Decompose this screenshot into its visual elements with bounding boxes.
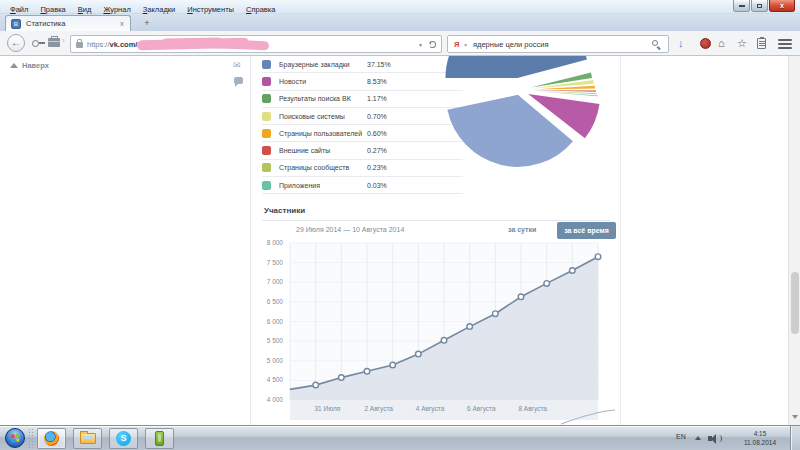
volume-icon[interactable] [708, 436, 712, 441]
comments-icon[interactable] [234, 77, 243, 84]
chart-date-range: 29 Июля 2014 — 10 Августа 2014 [296, 226, 404, 233]
bookmark-star-icon[interactable]: ☆ [737, 36, 747, 50]
url-protocol: https:// [87, 40, 110, 49]
legend-label: Новости [279, 78, 306, 85]
tray-clock[interactable]: 4:15 11.08.2014 [734, 429, 786, 447]
url-text: https://vk.com/ [87, 36, 137, 53]
data-point-marker [518, 294, 524, 300]
url-bar[interactable]: https://vk.com/ ▼ [70, 35, 442, 53]
legend-swatch [262, 181, 271, 190]
hamburger-menu-icon[interactable] [778, 39, 792, 49]
legend-label: Приложения [279, 182, 320, 189]
briefcase-icon[interactable] [48, 38, 60, 47]
back-button[interactable]: ← [7, 34, 25, 52]
tab-title: Статистика [26, 19, 119, 28]
section-divider [262, 220, 610, 221]
legend-value: 0.60% [367, 130, 387, 137]
legend-swatch [262, 77, 271, 86]
legend-label: Результаты поиска ВК [279, 95, 351, 102]
home-icon[interactable]: ⌂ [718, 36, 725, 50]
adblock-icon[interactable] [700, 38, 711, 49]
legend-value: 0.03% [367, 182, 387, 189]
back-to-top-link[interactable]: Наверх [10, 61, 49, 70]
downloads-icon[interactable]: ↓ [678, 36, 684, 50]
lock-icon [76, 42, 83, 48]
data-point-marker [390, 362, 396, 368]
folder-icon [80, 433, 96, 444]
search-engine-icon[interactable]: Я [454, 40, 459, 49]
menu-bar: ФайлПравкаВидЖурналЗакладкиИнструментыСп… [4, 0, 281, 14]
range-day-button[interactable]: за сутки [508, 226, 536, 233]
legend-swatch [262, 129, 271, 138]
legend-label: Внешние сайты [279, 147, 330, 154]
data-point-marker [441, 338, 447, 344]
data-point-marker [339, 375, 345, 381]
legend-value: 1.17% [367, 95, 387, 102]
search-icon[interactable] [652, 40, 658, 46]
language-indicator[interactable]: EN [676, 433, 686, 440]
y-tick-label: 5 000 [253, 356, 283, 366]
data-point-marker [595, 254, 601, 260]
y-tick-label: 7 000 [253, 277, 283, 287]
traffic-sources-pie-chart [430, 56, 620, 196]
legend-value: 0.23% [367, 164, 387, 171]
page-scrollbar[interactable] [788, 56, 800, 425]
vk-favicon: B [11, 19, 21, 29]
taskbar-skype-button[interactable]: S [109, 428, 138, 449]
tab-statistics[interactable]: B Статистика x [5, 15, 131, 31]
pie-slice [445, 56, 587, 78]
clock-time: 4:15 [734, 429, 786, 438]
y-tick-label: 6 000 [253, 317, 283, 327]
y-tick-label: 4 500 [253, 375, 283, 385]
search-box[interactable]: Я ▼ ядерные цели россия [447, 35, 669, 53]
y-tick-label: 7 500 [253, 258, 283, 268]
close-button[interactable]: x [769, 0, 795, 12]
taskbar: S EN 4:15 11.08.2014 [0, 425, 800, 450]
key-icon[interactable] [32, 39, 45, 47]
url-dropdown-icon[interactable]: ▼ [418, 42, 423, 48]
y-tick-label: 8 000 [253, 238, 283, 248]
minimize-button[interactable] [733, 0, 750, 12]
scrollbar-thumb[interactable] [791, 272, 799, 334]
taskbar-firefox-button[interactable] [37, 428, 66, 449]
search-input-value[interactable]: ядерные цели россия [473, 36, 548, 53]
legend-swatch [262, 94, 271, 103]
green-app-icon [155, 431, 164, 446]
tab-close-icon[interactable]: x [119, 20, 125, 28]
taskbar-explorer-button[interactable] [73, 428, 102, 449]
taskbar-app-button[interactable] [145, 428, 174, 449]
x-tick-label: 8 Августа [503, 405, 563, 412]
legend-label: Страницы пользователей [279, 130, 362, 137]
window-titlebar: ФайлПравкаВидЖурналЗакладкиИнструментыСп… [0, 0, 800, 14]
screen: ФайлПравкаВидЖурналЗакладкиИнструментыСп… [0, 0, 800, 450]
url-domain: vk.com/ [110, 40, 138, 49]
tray-expand-icon[interactable] [695, 436, 701, 440]
content-right-divider [620, 56, 621, 425]
scrollbar-down-arrow[interactable] [789, 410, 800, 424]
up-arrow-icon [10, 63, 18, 68]
legend-value: 0.70% [367, 113, 387, 120]
censored-url-scribble [137, 38, 273, 51]
legend-label: Браузерные закладки [279, 61, 350, 68]
clock-date: 11.08.2014 [734, 438, 786, 447]
data-point-marker [544, 281, 550, 287]
show-desktop-button[interactable] [790, 426, 800, 450]
data-point-marker [570, 268, 576, 274]
reload-icon[interactable] [429, 41, 436, 48]
messages-icon[interactable]: ✉ [233, 60, 241, 70]
legend-value: 37.15% [367, 61, 391, 68]
tab-strip: B Статистика x + [0, 14, 800, 31]
legend-swatch [262, 163, 271, 172]
range-alltime-button[interactable]: за всё время [557, 222, 616, 239]
start-button[interactable] [5, 428, 25, 448]
legend-label: Страницы сообществ [279, 164, 349, 171]
search-engine-dropdown-icon[interactable]: ▼ [463, 42, 468, 48]
skype-icon: S [116, 431, 131, 446]
new-tab-button[interactable]: + [138, 17, 156, 30]
legend-swatch [262, 146, 271, 155]
windows-flag-icon [10, 433, 19, 442]
legend-label: Поисковые системы [279, 113, 345, 120]
content-left-divider [250, 56, 251, 425]
restore-button[interactable] [751, 0, 768, 12]
clipboard-icon[interactable] [757, 38, 766, 49]
